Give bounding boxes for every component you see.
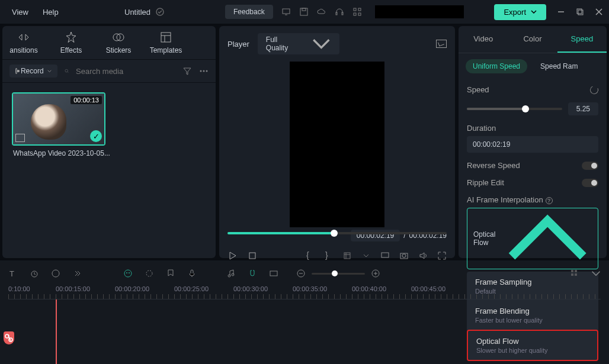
- mark-in-icon[interactable]: {: [304, 251, 314, 260]
- svg-point-16: [200, 70, 202, 72]
- text-tool-icon[interactable]: T: [8, 269, 18, 278]
- fullscreen-icon[interactable]: [437, 251, 447, 260]
- marker-icon[interactable]: [166, 269, 175, 278]
- timer-icon[interactable]: [30, 269, 39, 278]
- svg-point-18: [206, 70, 208, 72]
- svg-point-29: [124, 270, 132, 277]
- crop-icon[interactable]: [342, 251, 352, 260]
- palette-icon[interactable]: [51, 269, 60, 278]
- minimize-button[interactable]: [557, 8, 565, 16]
- current-time: 00:00:02:19: [351, 230, 400, 241]
- clip-type-icon: [15, 134, 25, 142]
- music-icon[interactable]: [226, 269, 236, 278]
- filter-icon[interactable]: [182, 66, 192, 76]
- chevron-down-icon[interactable]: [361, 251, 371, 260]
- reset-icon[interactable]: [589, 85, 600, 95]
- ripple-toggle[interactable]: [582, 179, 598, 187]
- maximize-button[interactable]: [576, 8, 584, 16]
- redacted-area: [375, 5, 464, 18]
- adjust-icon[interactable]: [145, 269, 154, 278]
- playhead[interactable]: [56, 299, 57, 364]
- svg-rect-3: [302, 8, 306, 11]
- svg-rect-39: [571, 270, 573, 272]
- speed-value[interactable]: 5.25: [568, 102, 598, 115]
- svg-rect-1: [283, 9, 290, 14]
- zoom-out-icon[interactable]: [296, 269, 306, 278]
- save-icon[interactable]: [299, 7, 309, 17]
- camera-icon[interactable]: [399, 251, 409, 260]
- svg-rect-7: [358, 8, 361, 11]
- more-tools-icon[interactable]: [72, 269, 82, 278]
- stop-button[interactable]: [248, 251, 257, 260]
- timeline-ruler[interactable]: 0:10:00 00:00:15:00 00:00:20:00 00:00:25…: [8, 285, 601, 299]
- tab-templates[interactable]: Templates: [145, 31, 187, 54]
- tab-speed[interactable]: Speed: [557, 26, 607, 53]
- feedback-button[interactable]: Feedback: [225, 5, 273, 19]
- cloud-sync-icon[interactable]: [155, 7, 165, 17]
- svg-point-32: [146, 270, 152, 276]
- export-button[interactable]: Export: [494, 4, 546, 20]
- view-dropdown-icon[interactable]: [591, 269, 601, 278]
- snapshot-icon[interactable]: [436, 40, 447, 48]
- svg-rect-36: [270, 271, 277, 276]
- record-button[interactable]: Record: [9, 65, 57, 78]
- svg-rect-23: [382, 253, 389, 257]
- zoom-slider[interactable]: [312, 273, 365, 275]
- tab-effects[interactable]: Effects: [50, 31, 92, 54]
- ai-icon[interactable]: [123, 269, 133, 278]
- tab-stickers[interactable]: Stickers: [97, 31, 140, 54]
- duration-field[interactable]: 00:00:02:19: [467, 136, 598, 153]
- preview-area[interactable]: [219, 62, 455, 227]
- svg-rect-6: [354, 8, 356, 11]
- duration-label: Duration: [467, 124, 598, 133]
- play-button[interactable]: [227, 251, 237, 260]
- grid-view-icon[interactable]: [570, 269, 579, 278]
- speed-ramp-tab[interactable]: Speed Ram: [533, 59, 585, 73]
- svg-rect-22: [344, 253, 350, 259]
- svg-point-15: [65, 69, 68, 72]
- svg-rect-11: [578, 10, 583, 15]
- svg-rect-14: [161, 33, 171, 42]
- tab-color[interactable]: Color: [508, 26, 557, 53]
- svg-rect-2: [300, 8, 307, 15]
- svg-text:}: }: [325, 251, 328, 260]
- cloud-icon[interactable]: [317, 7, 326, 17]
- preview-video: [290, 62, 384, 227]
- clip-thumbnail: 00:00:13 ✓: [13, 94, 104, 144]
- quality-dropdown[interactable]: Full Quality: [258, 33, 339, 54]
- svg-point-31: [129, 272, 130, 273]
- search-input[interactable]: [76, 67, 175, 76]
- headphones-icon[interactable]: [335, 7, 344, 17]
- speed-slider[interactable]: [467, 108, 562, 110]
- properties-panel: Video Color Speed Uniform Speed Speed Ra…: [459, 26, 607, 258]
- monitor-icon[interactable]: [281, 7, 291, 17]
- svg-rect-40: [575, 270, 577, 272]
- tab-transitions[interactable]: ansitions: [2, 31, 45, 54]
- mic-icon[interactable]: [187, 269, 197, 278]
- ripple-label: Ripple Edit: [467, 178, 504, 187]
- tab-video[interactable]: Video: [459, 26, 508, 53]
- progress-bar[interactable]: [227, 232, 447, 234]
- display-icon[interactable]: [380, 251, 390, 260]
- svg-rect-9: [358, 13, 361, 15]
- ratio-icon[interactable]: [269, 269, 278, 278]
- playhead-handle[interactable]: [4, 331, 14, 344]
- svg-point-28: [52, 270, 59, 277]
- apps-icon[interactable]: [352, 7, 362, 17]
- more-icon[interactable]: [199, 66, 209, 76]
- speed-label: Speed: [467, 85, 489, 94]
- zoom-in-icon[interactable]: [371, 269, 380, 278]
- uniform-speed-tab[interactable]: Uniform Speed: [466, 59, 527, 73]
- stickers-icon: [112, 31, 125, 44]
- timeline-tracks[interactable]: [8, 299, 601, 358]
- reverse-toggle[interactable]: [582, 162, 598, 170]
- media-clip[interactable]: 00:00:13 ✓: [12, 92, 105, 146]
- help-icon[interactable]: ?: [546, 197, 553, 204]
- menu-help[interactable]: Help: [43, 8, 59, 17]
- mark-out-icon[interactable]: }: [323, 251, 333, 260]
- volume-icon[interactable]: [418, 251, 428, 260]
- menu-view[interactable]: View: [12, 8, 28, 17]
- interpolation-dropdown[interactable]: Optical Flow: [467, 208, 598, 269]
- magnetic-icon[interactable]: [248, 269, 257, 278]
- close-button[interactable]: [595, 8, 603, 16]
